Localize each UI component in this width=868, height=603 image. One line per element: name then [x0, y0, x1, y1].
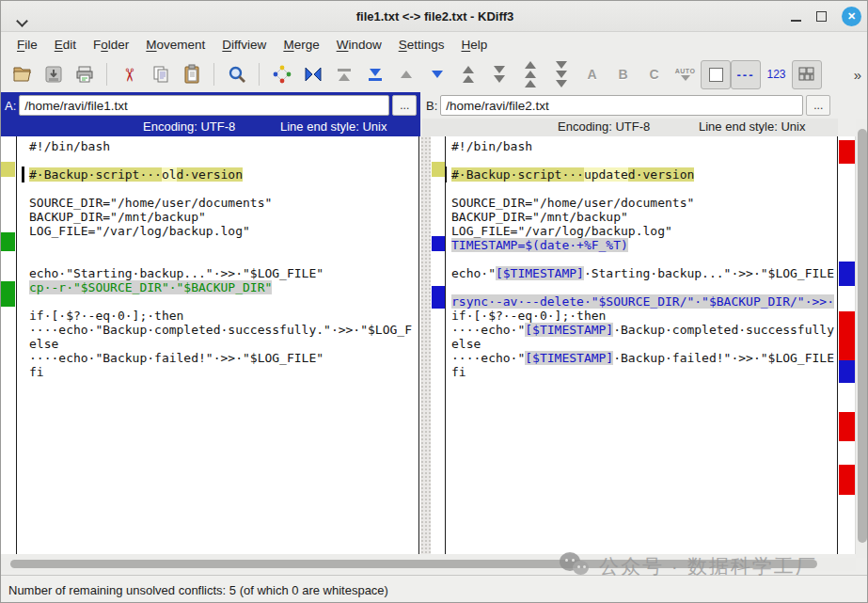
kdiff3-window: file1.txt <-> file2.txt - KDiff3 ✕ FileE…: [0, 0, 868, 603]
pane-b-path-input[interactable]: [440, 95, 803, 116]
goto-next-conflict-button[interactable]: [483, 59, 514, 89]
menu-item-edit[interactable]: Edit: [46, 35, 85, 55]
window-title: file1.txt <-> file2.txt - KDiff3: [1, 9, 868, 24]
find-button[interactable]: [221, 59, 252, 89]
menu-item-help[interactable]: Help: [452, 35, 496, 55]
code-segment: fi: [451, 365, 466, 379]
code-line[interactable]: #!/bin/bash: [29, 139, 418, 153]
vertical-scrollbar[interactable]: [856, 119, 868, 558]
minimize-button[interactable]: [791, 8, 801, 25]
show-whitespace-characters-button[interactable]: ---: [731, 60, 761, 89]
goto-prev-unsolved-conflict-button[interactable]: [514, 59, 545, 89]
code-line[interactable]: SOURCE_DIR="/home/user/documents": [29, 196, 418, 210]
cut-button[interactable]: ✂: [114, 59, 145, 89]
code-line[interactable]: [29, 252, 418, 266]
margin-block-yellow: [1, 162, 15, 177]
maximize-button[interactable]: [816, 8, 827, 25]
code-segment: #!/bin/bash: [29, 139, 110, 153]
code-line[interactable]: BACKUP_DIR="/mnt/backup": [451, 210, 837, 224]
pane-a-browse-button[interactable]: ...: [392, 95, 417, 116]
show-line-numbers-button[interactable]: 123: [761, 59, 792, 89]
code-line[interactable]: [29, 182, 418, 196]
code-line[interactable]: LOG_FILE="/var/log/backup.log": [451, 224, 837, 238]
toolbar-separator: [106, 63, 107, 86]
menu-item-settings[interactable]: Settings: [390, 35, 453, 55]
code-line[interactable]: ····echo·"Backup·failed!"·>>·"$LOG_FILE": [29, 351, 418, 365]
select-line-a-icon: A: [587, 67, 596, 82]
code-line[interactable]: fi: [29, 365, 418, 379]
pane-b-browse-button[interactable]: ...: [806, 95, 830, 116]
code-line[interactable]: [29, 294, 418, 309]
code-line[interactable]: [29, 238, 418, 252]
save-button[interactable]: [38, 59, 69, 89]
code-line[interactable]: [451, 182, 837, 196]
code-line[interactable]: cp·-r·"$SOURCE_DIR"·"$BACKUP_DIR": [29, 280, 418, 294]
code-segment: [$TIMESTAMP]: [525, 323, 613, 337]
goto-last-delta-button[interactable]: [359, 59, 390, 89]
goto-current-delta-button[interactable]: [297, 59, 328, 89]
code-line[interactable]: echo·"[$TIMESTAMP]·Starting·backup..."·>…: [451, 266, 837, 280]
split-orientation-button[interactable]: [792, 60, 822, 89]
copy-button[interactable]: [145, 59, 176, 89]
diff-overview-column[interactable]: [839, 136, 856, 554]
code-line[interactable]: BACKUP_DIR="/mnt/backup": [29, 210, 418, 224]
pane-a-text-area[interactable]: #!/bin/bash#·Backup·script···old·version…: [16, 136, 419, 554]
print-button[interactable]: [69, 59, 100, 89]
code-line[interactable]: SOURCE_DIR="/home/user/documents": [451, 196, 837, 210]
code-line[interactable]: #·Backup·script···updated·version: [451, 167, 837, 182]
code-line[interactable]: #·Backup·script···old·version: [29, 167, 418, 182]
show-whitespace-button[interactable]: [701, 60, 731, 89]
reload-button[interactable]: [266, 59, 297, 89]
menu-item-file[interactable]: File: [8, 35, 46, 55]
menu-item-window[interactable]: Window: [328, 35, 390, 55]
menu-item-merge[interactable]: Merge: [275, 35, 327, 55]
code-line[interactable]: else: [451, 337, 837, 351]
code-segment: ····echo·": [451, 323, 525, 337]
code-line[interactable]: if·[·$?·-eq·0·];·then: [451, 309, 837, 323]
open-button[interactable]: [7, 59, 38, 89]
toolbar-overflow-button[interactable]: »: [854, 67, 863, 83]
vertical-scrollbar-thumb[interactable]: [858, 129, 867, 543]
pane-splitter[interactable]: [420, 136, 431, 554]
horizontal-scrollbar[interactable]: [1, 558, 856, 571]
select-line-a-button[interactable]: A: [576, 59, 608, 89]
menu-item-movement[interactable]: Movement: [137, 35, 213, 55]
goto-next-delta-button[interactable]: [421, 59, 452, 89]
code-line[interactable]: else: [29, 337, 418, 351]
code-line[interactable]: [451, 280, 837, 294]
menu-item-folder[interactable]: Folder: [85, 35, 137, 55]
horizontal-scrollbar-thumb[interactable]: [10, 560, 817, 568]
code-line[interactable]: rsync·-av·--delete·"$SOURCE_DIR/"·"$BACK…: [451, 294, 837, 309]
code-line[interactable]: LOG_FILE="/var/log/backup.log": [29, 224, 418, 238]
code-line[interactable]: ····echo·"[$TIMESTAMP]·Backup·failed!"·>…: [451, 351, 837, 365]
goto-first-delta-button[interactable]: [328, 59, 359, 89]
code-line[interactable]: [29, 153, 418, 167]
close-button[interactable]: ✕: [842, 7, 861, 26]
code-segment: #·Backup·script···: [451, 167, 584, 182]
pane-b-text-area[interactable]: #!/bin/bash#·Backup·script···updated·ver…: [445, 136, 838, 554]
code-line[interactable]: ····echo·"Backup·completed·successfully.…: [29, 323, 418, 337]
select-line-b-button[interactable]: B: [608, 59, 639, 89]
code-line[interactable]: [451, 153, 837, 167]
cut-icon: ✂: [118, 67, 140, 82]
code-line[interactable]: fi: [451, 365, 837, 379]
pane-b-encoding: Encoding: UTF-8: [558, 119, 650, 134]
auto-solve-button[interactable]: AUTO: [670, 59, 701, 89]
menu-item-diffview[interactable]: Diffview: [213, 35, 275, 55]
code-line[interactable]: #!/bin/bash: [451, 139, 837, 153]
pane-a-path-input[interactable]: [19, 95, 389, 116]
goto-next-unsolved-conflict-button[interactable]: [545, 59, 576, 89]
copy-icon: [150, 64, 171, 85]
goto-prev-delta-button[interactable]: [390, 59, 421, 89]
code-line[interactable]: [451, 252, 837, 266]
code-segment: if·[·$?·-eq·0·];·then: [451, 309, 606, 323]
goto-prev-conflict-button[interactable]: [452, 59, 483, 89]
select-line-c-button[interactable]: C: [639, 59, 670, 89]
code-line[interactable]: if·[·$?·-eq·0·];·then: [29, 309, 418, 323]
code-line[interactable]: ····echo·"[$TIMESTAMP]·Backup·completed·…: [451, 323, 837, 337]
code-line[interactable]: TIMESTAMP=$(date·+%F_%T): [451, 238, 837, 252]
code-line[interactable]: echo·"Starting·backup..."·>>·"$LOG_FILE": [29, 266, 418, 280]
paste-button[interactable]: [176, 59, 207, 89]
code-segment: d·version: [177, 167, 243, 182]
select-line-c-icon: C: [649, 67, 658, 82]
